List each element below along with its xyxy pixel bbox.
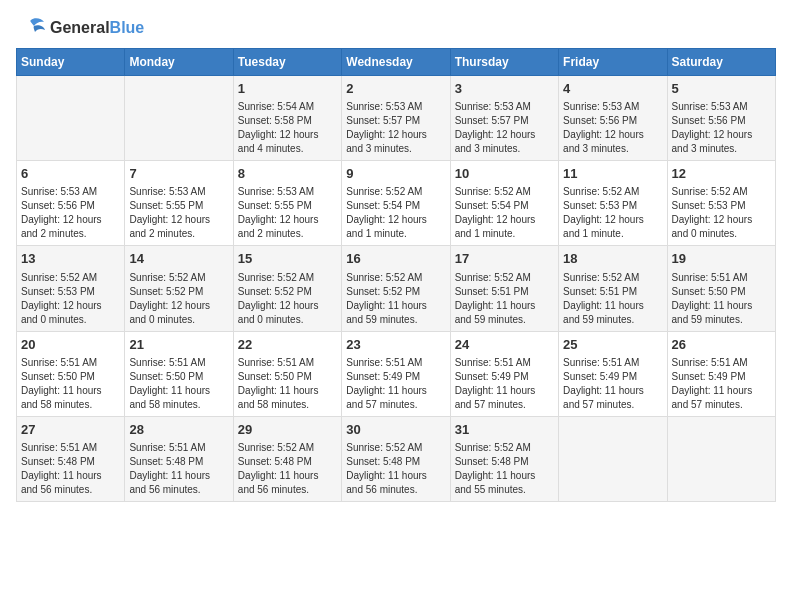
calendar-cell: 24Sunrise: 5:51 AM Sunset: 5:49 PM Dayli… (450, 331, 558, 416)
day-number: 12 (672, 165, 771, 183)
calendar-cell: 26Sunrise: 5:51 AM Sunset: 5:49 PM Dayli… (667, 331, 775, 416)
day-info: Sunrise: 5:52 AM Sunset: 5:48 PM Dayligh… (455, 441, 554, 497)
calendar-week-row: 13Sunrise: 5:52 AM Sunset: 5:53 PM Dayli… (17, 246, 776, 331)
calendar-week-row: 27Sunrise: 5:51 AM Sunset: 5:48 PM Dayli… (17, 416, 776, 501)
calendar-cell: 2Sunrise: 5:53 AM Sunset: 5:57 PM Daylig… (342, 76, 450, 161)
calendar-cell: 13Sunrise: 5:52 AM Sunset: 5:53 PM Dayli… (17, 246, 125, 331)
day-number: 13 (21, 250, 120, 268)
day-number: 7 (129, 165, 228, 183)
day-number: 4 (563, 80, 662, 98)
day-number: 5 (672, 80, 771, 98)
calendar-week-row: 6Sunrise: 5:53 AM Sunset: 5:56 PM Daylig… (17, 161, 776, 246)
day-number: 23 (346, 336, 445, 354)
calendar-cell: 31Sunrise: 5:52 AM Sunset: 5:48 PM Dayli… (450, 416, 558, 501)
day-number: 28 (129, 421, 228, 439)
calendar-cell: 21Sunrise: 5:51 AM Sunset: 5:50 PM Dayli… (125, 331, 233, 416)
day-number: 24 (455, 336, 554, 354)
calendar-cell: 18Sunrise: 5:52 AM Sunset: 5:51 PM Dayli… (559, 246, 667, 331)
day-number: 18 (563, 250, 662, 268)
day-info: Sunrise: 5:53 AM Sunset: 5:57 PM Dayligh… (346, 100, 445, 156)
day-info: Sunrise: 5:51 AM Sunset: 5:48 PM Dayligh… (129, 441, 228, 497)
day-number: 2 (346, 80, 445, 98)
day-info: Sunrise: 5:52 AM Sunset: 5:51 PM Dayligh… (455, 271, 554, 327)
calendar-cell (125, 76, 233, 161)
day-info: Sunrise: 5:51 AM Sunset: 5:50 PM Dayligh… (672, 271, 771, 327)
day-info: Sunrise: 5:52 AM Sunset: 5:53 PM Dayligh… (672, 185, 771, 241)
calendar-cell: 8Sunrise: 5:53 AM Sunset: 5:55 PM Daylig… (233, 161, 341, 246)
day-info: Sunrise: 5:53 AM Sunset: 5:55 PM Dayligh… (238, 185, 337, 241)
day-info: Sunrise: 5:51 AM Sunset: 5:49 PM Dayligh… (346, 356, 445, 412)
day-number: 26 (672, 336, 771, 354)
calendar-cell: 5Sunrise: 5:53 AM Sunset: 5:56 PM Daylig… (667, 76, 775, 161)
logo: GeneralBlue (16, 16, 144, 40)
day-info: Sunrise: 5:51 AM Sunset: 5:49 PM Dayligh… (563, 356, 662, 412)
weekday-header: Sunday (17, 49, 125, 76)
weekday-header: Wednesday (342, 49, 450, 76)
calendar-cell: 30Sunrise: 5:52 AM Sunset: 5:48 PM Dayli… (342, 416, 450, 501)
calendar-cell: 9Sunrise: 5:52 AM Sunset: 5:54 PM Daylig… (342, 161, 450, 246)
day-info: Sunrise: 5:52 AM Sunset: 5:48 PM Dayligh… (346, 441, 445, 497)
day-info: Sunrise: 5:52 AM Sunset: 5:53 PM Dayligh… (21, 271, 120, 327)
day-info: Sunrise: 5:51 AM Sunset: 5:49 PM Dayligh… (672, 356, 771, 412)
day-info: Sunrise: 5:52 AM Sunset: 5:52 PM Dayligh… (238, 271, 337, 327)
day-info: Sunrise: 5:53 AM Sunset: 5:56 PM Dayligh… (21, 185, 120, 241)
calendar-cell: 12Sunrise: 5:52 AM Sunset: 5:53 PM Dayli… (667, 161, 775, 246)
day-number: 30 (346, 421, 445, 439)
day-number: 6 (21, 165, 120, 183)
weekday-header: Tuesday (233, 49, 341, 76)
day-number: 20 (21, 336, 120, 354)
day-number: 19 (672, 250, 771, 268)
calendar-cell: 15Sunrise: 5:52 AM Sunset: 5:52 PM Dayli… (233, 246, 341, 331)
logo-text: GeneralBlue (50, 19, 144, 37)
day-info: Sunrise: 5:51 AM Sunset: 5:49 PM Dayligh… (455, 356, 554, 412)
day-number: 14 (129, 250, 228, 268)
weekday-header: Saturday (667, 49, 775, 76)
calendar-cell: 19Sunrise: 5:51 AM Sunset: 5:50 PM Dayli… (667, 246, 775, 331)
calendar-cell: 11Sunrise: 5:52 AM Sunset: 5:53 PM Dayli… (559, 161, 667, 246)
logo-icon (16, 16, 46, 40)
calendar-cell (667, 416, 775, 501)
day-number: 17 (455, 250, 554, 268)
day-info: Sunrise: 5:54 AM Sunset: 5:58 PM Dayligh… (238, 100, 337, 156)
calendar-cell: 14Sunrise: 5:52 AM Sunset: 5:52 PM Dayli… (125, 246, 233, 331)
calendar-cell: 17Sunrise: 5:52 AM Sunset: 5:51 PM Dayli… (450, 246, 558, 331)
calendar-cell: 4Sunrise: 5:53 AM Sunset: 5:56 PM Daylig… (559, 76, 667, 161)
calendar-cell: 7Sunrise: 5:53 AM Sunset: 5:55 PM Daylig… (125, 161, 233, 246)
day-info: Sunrise: 5:52 AM Sunset: 5:51 PM Dayligh… (563, 271, 662, 327)
day-info: Sunrise: 5:51 AM Sunset: 5:50 PM Dayligh… (129, 356, 228, 412)
day-info: Sunrise: 5:52 AM Sunset: 5:52 PM Dayligh… (129, 271, 228, 327)
day-info: Sunrise: 5:51 AM Sunset: 5:50 PM Dayligh… (238, 356, 337, 412)
day-number: 15 (238, 250, 337, 268)
calendar-cell: 10Sunrise: 5:52 AM Sunset: 5:54 PM Dayli… (450, 161, 558, 246)
calendar-cell: 28Sunrise: 5:51 AM Sunset: 5:48 PM Dayli… (125, 416, 233, 501)
day-info: Sunrise: 5:52 AM Sunset: 5:48 PM Dayligh… (238, 441, 337, 497)
calendar-cell (17, 76, 125, 161)
calendar-week-row: 1Sunrise: 5:54 AM Sunset: 5:58 PM Daylig… (17, 76, 776, 161)
calendar-cell: 22Sunrise: 5:51 AM Sunset: 5:50 PM Dayli… (233, 331, 341, 416)
day-number: 25 (563, 336, 662, 354)
day-info: Sunrise: 5:53 AM Sunset: 5:56 PM Dayligh… (672, 100, 771, 156)
day-info: Sunrise: 5:51 AM Sunset: 5:48 PM Dayligh… (21, 441, 120, 497)
day-number: 27 (21, 421, 120, 439)
day-number: 1 (238, 80, 337, 98)
day-info: Sunrise: 5:53 AM Sunset: 5:56 PM Dayligh… (563, 100, 662, 156)
day-info: Sunrise: 5:53 AM Sunset: 5:55 PM Dayligh… (129, 185, 228, 241)
day-number: 31 (455, 421, 554, 439)
day-info: Sunrise: 5:52 AM Sunset: 5:52 PM Dayligh… (346, 271, 445, 327)
calendar-header: SundayMondayTuesdayWednesdayThursdayFrid… (17, 49, 776, 76)
calendar-cell: 1Sunrise: 5:54 AM Sunset: 5:58 PM Daylig… (233, 76, 341, 161)
day-number: 8 (238, 165, 337, 183)
day-number: 10 (455, 165, 554, 183)
calendar-body: 1Sunrise: 5:54 AM Sunset: 5:58 PM Daylig… (17, 76, 776, 502)
calendar-cell: 25Sunrise: 5:51 AM Sunset: 5:49 PM Dayli… (559, 331, 667, 416)
weekday-header: Friday (559, 49, 667, 76)
calendar-cell: 23Sunrise: 5:51 AM Sunset: 5:49 PM Dayli… (342, 331, 450, 416)
calendar-cell: 16Sunrise: 5:52 AM Sunset: 5:52 PM Dayli… (342, 246, 450, 331)
day-number: 16 (346, 250, 445, 268)
day-info: Sunrise: 5:52 AM Sunset: 5:53 PM Dayligh… (563, 185, 662, 241)
page-header: GeneralBlue (16, 16, 776, 40)
day-info: Sunrise: 5:52 AM Sunset: 5:54 PM Dayligh… (346, 185, 445, 241)
calendar-cell: 3Sunrise: 5:53 AM Sunset: 5:57 PM Daylig… (450, 76, 558, 161)
calendar-table: SundayMondayTuesdayWednesdayThursdayFrid… (16, 48, 776, 502)
day-number: 3 (455, 80, 554, 98)
